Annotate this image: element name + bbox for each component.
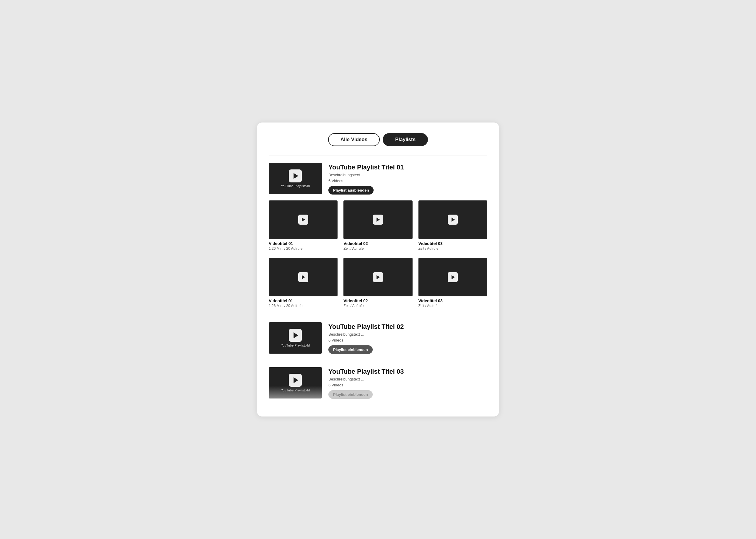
video-thumb[interactable]: [343, 258, 412, 296]
video-card: Videotitel 02 Zeit / Aufrufe: [343, 200, 412, 251]
playlist-3-count: 6 Videos: [328, 383, 487, 387]
playlist-1-toggle-btn[interactable]: Playlist ausblenden: [328, 186, 374, 194]
play-icon: [298, 272, 308, 282]
playlist-1-videos-row2: Videotitel 01 1:26 Min. / 20 Aufrufe Vid…: [269, 258, 487, 308]
tab-playlists[interactable]: Playlists: [383, 133, 428, 146]
video-thumb[interactable]: [418, 200, 487, 239]
playlist-1-thumbnail-label: YouTube Playlistbild: [281, 184, 310, 188]
video-title: Videotitel 03: [418, 298, 487, 303]
video-thumb[interactable]: [343, 200, 412, 239]
play-icon: [289, 374, 302, 387]
play-icon: [373, 215, 383, 225]
play-icon: [373, 272, 383, 282]
video-card: Videotitel 03 Zeit / Aufrufe: [418, 200, 487, 251]
playlist-1-info: YouTube Playlist Titel 01 Beschreibungst…: [328, 163, 487, 194]
video-thumb[interactable]: [269, 200, 338, 239]
video-card: Videotitel 03 Zeit / Aufrufe: [418, 258, 487, 308]
playlist-2-thumbnail: YouTube Playlistbild: [269, 322, 322, 353]
video-meta: 1:26 Min. / 20 Aufrufe: [269, 304, 338, 308]
playlist-3-header: YouTube Playlistbild YouTube Playlist Ti…: [269, 367, 487, 399]
video-title: Videotitel 02: [343, 241, 412, 246]
app-container: Alle Videos Playlists YouTube Playlistbi…: [257, 122, 499, 417]
video-title: Videotitel 02: [343, 298, 412, 303]
tab-alle-videos[interactable]: Alle Videos: [328, 133, 380, 146]
video-thumb[interactable]: [418, 258, 487, 296]
playlist-2-thumbnail-label: YouTube Playlistbild: [281, 344, 310, 347]
play-icon: [298, 215, 308, 225]
playlist-2-title: YouTube Playlist Titel 02: [328, 323, 487, 331]
video-meta: 1:26 Min. / 20 Aufrufe: [269, 247, 338, 251]
playlist-section-2: YouTube Playlistbild YouTube Playlist Ti…: [269, 315, 487, 354]
playlist-2-count: 6 Videos: [328, 338, 487, 343]
video-meta: Zeit / Aufrufe: [418, 247, 487, 251]
playlist-3-toggle-btn[interactable]: Playlist einblenden: [328, 390, 373, 399]
play-icon: [289, 170, 302, 183]
video-title: Videotitel 01: [269, 241, 338, 246]
playlist-section-3: YouTube Playlistbild YouTube Playlist Ti…: [269, 360, 487, 399]
playlist-2-desc: Beschreibungstext ...: [328, 332, 487, 337]
video-card: Videotitel 02 Zeit / Aufrufe: [343, 258, 412, 308]
playlist-1-thumbnail: YouTube Playlistbild: [269, 163, 322, 194]
playlist-3-thumbnail-label: YouTube Playlistbild: [281, 388, 310, 392]
tab-bar: Alle Videos Playlists: [269, 133, 487, 146]
playlist-2-toggle-btn[interactable]: Playlist einblenden: [328, 346, 373, 354]
video-title: Videotitel 01: [269, 298, 338, 303]
video-thumb[interactable]: [269, 258, 338, 296]
play-icon: [289, 329, 302, 342]
playlist-section-1: YouTube Playlistbild YouTube Playlist Ti…: [269, 156, 487, 308]
playlist-1-title: YouTube Playlist Titel 01: [328, 164, 487, 171]
play-icon: [448, 215, 458, 225]
playlist-3-desc: Beschreibungstext ...: [328, 377, 487, 381]
playlist-3-info: YouTube Playlist Titel 03 Beschreibungst…: [328, 367, 487, 399]
playlist-2-info: YouTube Playlist Titel 02 Beschreibungst…: [328, 322, 487, 354]
video-meta: Zeit / Aufrufe: [343, 247, 412, 251]
playlist-3-thumbnail: YouTube Playlistbild: [269, 367, 322, 399]
video-meta: Zeit / Aufrufe: [418, 304, 487, 308]
video-meta: Zeit / Aufrufe: [343, 304, 412, 308]
video-title: Videotitel 03: [418, 241, 487, 246]
playlist-1-videos-row1: Videotitel 01 1:26 Min. / 20 Aufrufe Vid…: [269, 200, 487, 251]
playlist-2-header: YouTube Playlistbild YouTube Playlist Ti…: [269, 322, 487, 354]
playlist-3-title: YouTube Playlist Titel 03: [328, 368, 487, 375]
play-icon: [448, 272, 458, 282]
playlist-1-count: 6 Videos: [328, 179, 487, 183]
video-card: Videotitel 01 1:26 Min. / 20 Aufrufe: [269, 200, 338, 251]
playlist-1-desc: Beschreibungstext ...: [328, 173, 487, 177]
playlist-1-header: YouTube Playlistbild YouTube Playlist Ti…: [269, 163, 487, 194]
video-card: Videotitel 01 1:26 Min. / 20 Aufrufe: [269, 258, 338, 308]
